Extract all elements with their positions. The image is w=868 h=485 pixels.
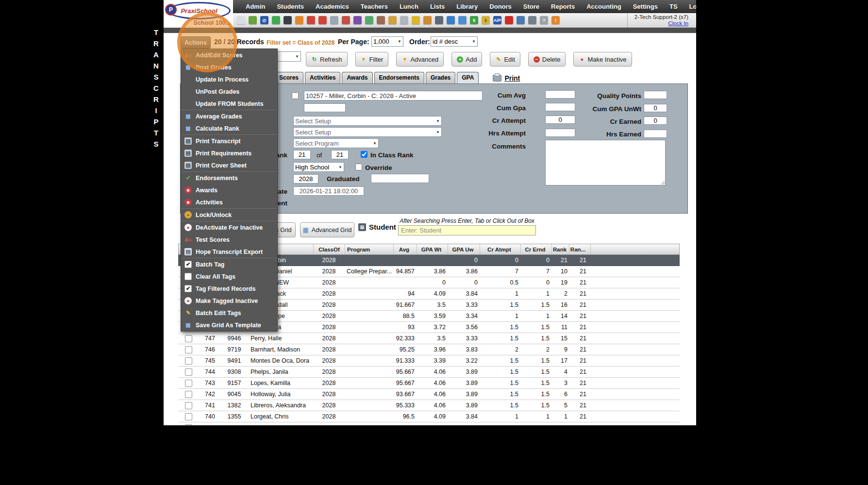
- nav-teachers[interactable]: Teachers: [355, 3, 394, 10]
- hrs-earned-field[interactable]: [644, 130, 667, 138]
- cash-folder-icon[interactable]: $: [482, 16, 490, 24]
- rank-of-field[interactable]: [331, 150, 349, 159]
- menu-calculate-rank[interactable]: ▦ Calculate Rank: [181, 122, 277, 134]
- row-checkbox[interactable]: [185, 357, 192, 365]
- audio-icon[interactable]: [295, 16, 303, 24]
- table-row[interactable]: 745 9491 Montes De Oca, Dora 2028 91.333…: [178, 355, 680, 367]
- staff-icon[interactable]: [435, 16, 443, 24]
- table-row[interactable]: 746 9719 Barnhart, Madison 2028 95.25 3.…: [178, 344, 680, 355]
- date-field[interactable]: [293, 186, 364, 196]
- student-checkbox[interactable]: [292, 92, 299, 99]
- nav-settings[interactable]: Settings: [627, 3, 664, 10]
- table-row[interactable]: 741 1382 Libreros, Aleksandra 2028 95.33…: [178, 400, 680, 411]
- projector-icon[interactable]: [330, 16, 338, 24]
- menu-print-requirements[interactable]: ▤ Print Requirements: [181, 147, 277, 159]
- grad-year-field[interactable]: [293, 174, 318, 184]
- filter-button[interactable]: ▼ Filter: [355, 52, 389, 67]
- delete-button[interactable]: − Delete: [528, 52, 566, 67]
- row-checkbox[interactable]: [185, 413, 192, 420]
- tab-scores[interactable]: Scores: [274, 72, 303, 84]
- column-gpa-wt[interactable]: GPA Wt: [417, 244, 448, 254]
- menu-deactivate-for-inactive[interactable]: ● DeActivate For Inactive: [181, 221, 277, 234]
- column-cr-atmpt[interactable]: Cr Atmpt: [480, 244, 521, 254]
- setup-select-2[interactable]: Select Setup ▼: [293, 127, 442, 137]
- menu-save-grid-as-template[interactable]: ▦ Save Grid As Template: [181, 319, 277, 331]
- column-gpa-uw[interactable]: GPA Uw: [448, 244, 480, 254]
- table-row[interactable]: 740 1355 Lorgeat, Chris 2028 96.5 4.09 3…: [178, 411, 680, 422]
- nav-donors[interactable]: Donors: [484, 3, 517, 10]
- menu-print-cover-sheet[interactable]: ▤ Print Cover Sheet: [181, 159, 277, 171]
- advanced-grid-button[interactable]: ▦ Advanced Grid: [300, 222, 354, 237]
- column-rank[interactable]: Rank: [552, 244, 569, 254]
- tab-awards[interactable]: Awards: [342, 72, 372, 84]
- refresh-button[interactable]: ↻ Refresh: [306, 52, 348, 67]
- menu-awards[interactable]: ★ Awards: [181, 184, 277, 196]
- make-inactive-button[interactable]: ● Make Inactive: [573, 52, 632, 67]
- table-row[interactable]: 646 9246 Gulledge, Morgan 2028 93.5 3.63…: [178, 422, 680, 425]
- row-checkbox[interactable]: [185, 380, 192, 387]
- quality-points-field[interactable]: [644, 91, 667, 99]
- table-row[interactable]: 744 9308 Phelps, Janila 2028 95.667 4.06…: [178, 367, 680, 378]
- menu-unpost-grades[interactable]: UnPost Grades: [181, 85, 277, 98]
- per-page-select[interactable]: 1,000 ▼: [371, 36, 403, 47]
- column-cr-ernd[interactable]: Cr Ernd: [521, 244, 552, 254]
- row-checkbox[interactable]: [185, 335, 192, 342]
- column-avg[interactable]: Avg: [394, 244, 417, 254]
- calendar-icon[interactable]: [307, 16, 315, 24]
- advanced-filter-button[interactable]: ▼ Advanced: [396, 52, 444, 67]
- clock-icon[interactable]: [447, 16, 455, 24]
- mobile-icon[interactable]: [284, 16, 292, 24]
- student-purple-icon[interactable]: [353, 16, 362, 24]
- override-checkbox[interactable]: [355, 164, 362, 170]
- clipboard-icon[interactable]: [400, 16, 408, 24]
- lunch-icon[interactable]: [388, 16, 397, 24]
- menu-activities[interactable]: ★ Activities: [181, 196, 277, 208]
- row-checkbox[interactable]: [185, 402, 192, 409]
- nav-ts[interactable]: TS: [664, 3, 684, 10]
- info-icon[interactable]: i: [551, 16, 560, 24]
- tab-endorsements[interactable]: Endorsements: [374, 72, 424, 84]
- student-search-input[interactable]: [398, 225, 536, 235]
- menu-endorsements[interactable]: ✔ Endorsements: [181, 171, 277, 184]
- tab-activities[interactable]: Activities: [305, 72, 340, 84]
- menu-post-grades[interactable]: ▦ Post Grades: [181, 61, 277, 73]
- ap-badge-icon[interactable]: A/P: [493, 16, 501, 24]
- print-link[interactable]: Print: [493, 74, 520, 84]
- rank-field[interactable]: [293, 150, 311, 159]
- row-checkbox[interactable]: [185, 391, 192, 398]
- table-row[interactable]: 747 9946 Perry, Halle 2028 92.333 3.5 3.…: [178, 333, 680, 344]
- school-level-select[interactable]: High School ▼: [293, 162, 344, 172]
- email-icon[interactable]: @: [260, 16, 268, 24]
- nav-lists[interactable]: Lists: [424, 3, 451, 10]
- graduated-field[interactable]: [371, 174, 429, 183]
- edit-button[interactable]: ✎ Edit: [490, 52, 520, 67]
- cr-earned-field[interactable]: [644, 117, 667, 125]
- tab-grades[interactable]: Grades: [426, 72, 455, 84]
- payroll-icon[interactable]: $: [470, 16, 478, 24]
- student-red-icon[interactable]: [342, 16, 350, 24]
- nav-logout[interactable]: Logout: [684, 3, 696, 10]
- help-icon[interactable]: ?: [540, 16, 548, 24]
- id-card-icon[interactable]: [365, 16, 373, 24]
- add-button[interactable]: + Add: [451, 52, 482, 67]
- clock-in-link[interactable]: Clock In: [634, 20, 688, 27]
- nav-accounting[interactable]: Accounting: [581, 3, 627, 10]
- program-select[interactable]: Select Program ▼: [293, 138, 379, 148]
- condiment-icon[interactable]: [412, 16, 420, 24]
- menu-make-tagged-inactive[interactable]: ● Make Tagged Inactive: [181, 295, 277, 307]
- attendance-list-icon[interactable]: [458, 16, 467, 24]
- nav-library[interactable]: Library: [451, 3, 484, 10]
- nav-lunch[interactable]: Lunch: [394, 3, 424, 10]
- menu-test-scores[interactable]: A+ Test Scores: [181, 234, 277, 246]
- column-rankof[interactable]: Ran...: [569, 244, 591, 254]
- chat-icon[interactable]: [272, 16, 280, 24]
- row-checkbox[interactable]: [185, 424, 192, 425]
- comments-textarea[interactable]: [545, 140, 666, 185]
- tab-gpa[interactable]: GPA: [457, 72, 479, 84]
- calendar-alt-icon[interactable]: [318, 16, 327, 24]
- menu-lock-unlock[interactable]: ● Lock/Unlock: [181, 208, 277, 221]
- row-checkbox[interactable]: [185, 368, 192, 376]
- aux-field[interactable]: [304, 103, 346, 112]
- setup-select-1[interactable]: Select Setup ▼: [293, 116, 442, 126]
- actions-button[interactable]: Actions: [181, 36, 211, 49]
